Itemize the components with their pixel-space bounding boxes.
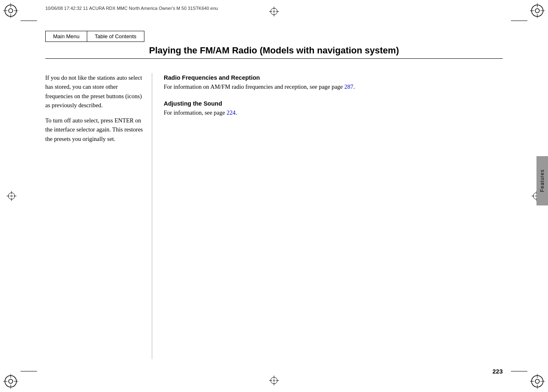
- main-menu-button[interactable]: Main Menu: [45, 31, 87, 42]
- left-paragraph-2: To turn off auto select, press ENTER on …: [45, 116, 144, 143]
- svg-point-43: [11, 195, 12, 197]
- page-number: 223: [492, 368, 503, 375]
- content-area: If you do not like the stations auto sel…: [45, 73, 503, 359]
- radio-frequencies-heading: Radio Frequencies and Reception: [164, 74, 260, 81]
- svg-point-19: [535, 379, 539, 383]
- radio-frequencies-text-before: For information on AM/FM radio frequenci…: [164, 83, 344, 90]
- page-container: 10/06/08 17:42:32 11 ACURA RDX MMC North…: [0, 0, 548, 392]
- header-meta-text: 10/06/08 17:42:32 11 ACURA RDX MMC North…: [45, 6, 218, 11]
- header-metadata: 10/06/08 17:42:32 11 ACURA RDX MMC North…: [45, 6, 503, 11]
- right-column: Radio Frequencies and Reception For info…: [152, 73, 503, 359]
- adjusting-sound-text-before: For information, see page: [164, 109, 227, 116]
- svg-point-7: [535, 9, 539, 13]
- left-column: If you do not like the stations auto sel…: [45, 73, 152, 359]
- left-paragraph-1: If you do not like the stations auto sel…: [45, 73, 144, 110]
- section-adjusting-sound: Adjusting the Sound For information, see…: [164, 99, 503, 118]
- border-line-top-right: [511, 21, 527, 21]
- svg-point-31: [273, 380, 275, 381]
- adjusting-sound-heading: Adjusting the Sound: [164, 100, 222, 107]
- radio-frequencies-text-after: .: [353, 83, 355, 90]
- crosshair-left: [7, 191, 16, 201]
- border-line-bottom-right: [511, 371, 527, 371]
- svg-point-25: [273, 11, 275, 12]
- crosshair-bottom: [269, 376, 279, 385]
- corner-mark-top-right: [530, 3, 545, 18]
- border-line-bottom-left: [21, 371, 37, 371]
- features-tab-label: Features: [539, 169, 545, 192]
- toc-button[interactable]: Table of Contents: [87, 31, 144, 42]
- border-line-top-left: [21, 21, 37, 21]
- svg-point-1: [9, 9, 13, 13]
- corner-mark-bottom-right: [530, 374, 545, 389]
- radio-frequencies-link[interactable]: 287: [344, 83, 353, 90]
- adjusting-sound-text-after: .: [235, 109, 237, 116]
- page-title-area: Playing the FM/AM Radio (Models with nav…: [45, 45, 503, 59]
- nav-buttons: Main Menu Table of Contents: [45, 31, 144, 42]
- corner-mark-top-left: [3, 3, 18, 18]
- section-radio-frequencies: Radio Frequencies and Reception For info…: [164, 73, 503, 92]
- corner-mark-bottom-left: [3, 374, 18, 389]
- svg-point-13: [9, 379, 13, 383]
- features-tab: Features: [536, 156, 548, 205]
- adjusting-sound-link[interactable]: 224: [227, 109, 236, 116]
- page-title: Playing the FM/AM Radio (Models with nav…: [45, 45, 503, 59]
